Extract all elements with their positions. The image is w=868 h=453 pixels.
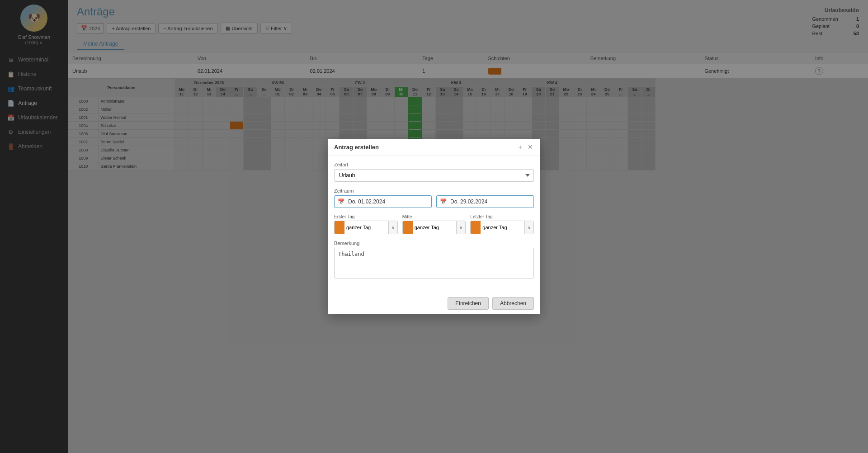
antrag-erstellen-modal: Antrag erstellen + ✕ Zeitart Urlaub Zeit… — [328, 139, 540, 314]
zeitart-select[interactable]: Urlaub — [334, 169, 534, 182]
einreichen-button[interactable]: Einreichen — [448, 297, 489, 310]
erster-tag-option: Erster Tag ganzer Tag ∨ — [334, 214, 398, 234]
modal-overlay: Antrag erstellen + ✕ Zeitart Urlaub Zeit… — [0, 0, 868, 453]
letzter-tag-chevron-icon[interactable]: ∨ — [524, 221, 533, 234]
abbrechen-button[interactable]: Abbrechen — [492, 297, 534, 310]
date-to-input[interactable] — [436, 195, 534, 208]
mitte-label: Mitte — [402, 214, 466, 219]
erster-tag-label: Erster Tag — [334, 214, 398, 219]
modal-header: Antrag erstellen + ✕ — [328, 139, 540, 156]
mitte-select[interactable]: ganzer Tag — [413, 222, 457, 232]
mitte-color — [403, 221, 413, 234]
erster-tag-color — [335, 221, 344, 234]
day-options-row: Erster Tag ganzer Tag ∨ Mitte ganz — [334, 214, 534, 234]
letzter-tag-select-wrap: ganzer Tag ∨ — [470, 221, 534, 234]
bemerkung-group: Bemerkung Thailand — [334, 241, 534, 280]
zeitart-label: Zeitart — [334, 162, 534, 167]
modal-body: Zeitart Urlaub Zeitraum 📅 📅 — [328, 156, 540, 293]
modal-expand-button[interactable]: + — [518, 143, 523, 151]
zeitart-select-wrap: Urlaub — [334, 169, 534, 182]
zeitraum-group: Zeitraum 📅 📅 — [334, 188, 534, 208]
letzter-tag-select[interactable]: ganzer Tag — [481, 222, 524, 232]
letzter-tag-color — [471, 221, 481, 234]
date-from-icon: 📅 — [338, 198, 344, 205]
date-to-icon: 📅 — [440, 198, 447, 205]
bemerkung-label: Bemerkung — [334, 241, 534, 246]
letzter-tag-option: Letzter Tag ganzer Tag ∨ — [470, 214, 534, 234]
mitte-option: Mitte ganzer Tag ∨ — [402, 214, 466, 234]
date-from-wrap: 📅 — [334, 195, 432, 208]
zeitart-group: Zeitart Urlaub — [334, 162, 534, 182]
modal-footer: Einreichen Abbrechen — [328, 293, 540, 314]
letzter-tag-label: Letzter Tag — [470, 214, 534, 219]
modal-header-actions: + ✕ — [518, 143, 534, 151]
date-from-input[interactable] — [334, 195, 432, 208]
modal-title: Antrag erstellen — [334, 144, 379, 151]
mitte-chevron-icon[interactable]: ∨ — [456, 221, 465, 234]
erster-tag-select[interactable]: ganzer Tag — [344, 222, 388, 232]
mitte-select-wrap: ganzer Tag ∨ — [402, 221, 466, 234]
modal-close-button[interactable]: ✕ — [527, 143, 534, 151]
erster-tag-chevron-icon[interactable]: ∨ — [388, 221, 397, 234]
erster-tag-select-wrap: ganzer Tag ∨ — [334, 221, 398, 234]
date-row: 📅 📅 — [334, 195, 534, 208]
bemerkung-textarea[interactable]: Thailand — [334, 248, 534, 278]
zeitraum-label: Zeitraum — [334, 188, 534, 193]
date-to-wrap: 📅 — [436, 195, 534, 208]
